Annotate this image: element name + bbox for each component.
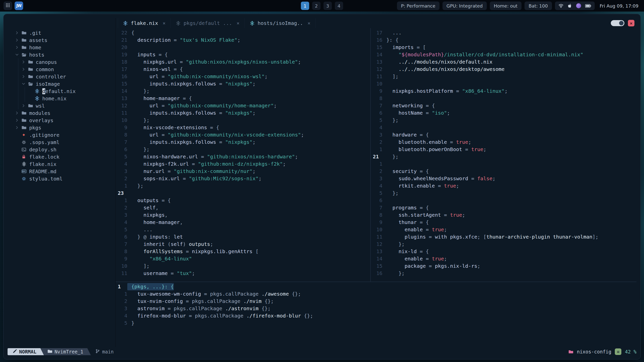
- code-line[interactable]: 2 sops-nix.url = "github:Mic92/sops-nix"…: [116, 175, 370, 182]
- code-line[interactable]: 1: [371, 160, 636, 168]
- workspace-button-1[interactable]: 1: [301, 2, 309, 10]
- toggle-switch[interactable]: [611, 20, 624, 26]
- code-line[interactable]: 1{pkgs, ...}: {: [116, 283, 636, 290]
- battery-icon[interactable]: [585, 4, 591, 8]
- code-line[interactable]: 16 };: [371, 270, 636, 277]
- code-line[interactable]: 5 };: [371, 190, 636, 197]
- tab-close-button[interactable]: ×: [236, 20, 239, 26]
- chevron-down-icon[interactable]: [15, 53, 22, 57]
- code-line[interactable]: 7 inputs.nixpkgs.follows = "nixpkgs";: [116, 139, 370, 146]
- status-pill-2[interactable]: Home: out: [490, 2, 521, 10]
- code-line[interactable]: 12 url = "github:nix-community/home-mana…: [116, 102, 370, 109]
- code-line[interactable]: 9 "x86_64-linux": [116, 255, 370, 262]
- code-line[interactable]: 1 outputs = {: [116, 197, 370, 204]
- tree-item-modules[interactable]: modules: [12, 109, 115, 117]
- tab-flake-nix[interactable]: flake.nix×: [118, 18, 171, 28]
- code-line[interactable]: 2 bluetooth.enable = true;: [371, 139, 636, 146]
- wifi-icon[interactable]: [558, 3, 564, 8]
- chevron-right-icon[interactable]: [15, 46, 22, 49]
- code-line[interactable]: 18 nixpkgs.url = "github:nixos/nixpkgs/n…: [116, 58, 370, 66]
- workspace-button-2[interactable]: 2: [312, 2, 320, 10]
- code-line[interactable]: 15 imports = [: [371, 44, 636, 51]
- code-line[interactable]: 19 inputs = {: [116, 51, 370, 58]
- chevron-down-icon[interactable]: [22, 82, 28, 86]
- code-line[interactable]: 4 nixpkgs-f2k.url = "github:moni-dz/nixp…: [116, 160, 370, 168]
- code-line[interactable]: 8 url = "github:nix-community/nix-vscode…: [116, 131, 370, 139]
- code-line[interactable]: 15 package = pkgs.nix-ld-rs;: [371, 262, 636, 270]
- code-line[interactable]: 17 ...: [371, 29, 636, 36]
- code-line[interactable]: 3 hardware = {: [371, 131, 636, 139]
- code-line[interactable]: 11 username = "tux";: [116, 270, 370, 277]
- tree-item-overlays[interactable]: overlays: [12, 117, 115, 124]
- code-line[interactable]: 1 };: [116, 182, 370, 190]
- code-line[interactable]: 16}: {: [371, 36, 636, 44]
- tree-item-home[interactable]: home: [12, 44, 115, 51]
- code-line[interactable]: 5 ...: [116, 226, 370, 233]
- editor-flake-nix[interactable]: 22{21 description = "tux's NixOS Flake";…: [116, 28, 370, 282]
- status-pill-1[interactable]: GPU: Integrated: [442, 2, 487, 10]
- code-line[interactable]: 3 nixpkgs,: [116, 211, 370, 219]
- tree-item-assets[interactable]: assets: [12, 36, 115, 44]
- tab-close-button[interactable]: ×: [308, 20, 310, 26]
- tree-item-flake.nix[interactable]: flake.nix: [12, 160, 115, 168]
- code-line[interactable]: 7 programs = {: [371, 204, 636, 211]
- code-line[interactable]: 16 url = "github:nix-community/nixos-wsl…: [116, 73, 370, 80]
- window-close-button[interactable]: ×: [628, 20, 634, 26]
- code-line[interactable]: 13 home-manager = {: [116, 95, 370, 102]
- code-line[interactable]: 2 tux-nvim-config = pkgs.callPackage ./n…: [116, 298, 636, 305]
- code-line[interactable]: 14 };: [116, 87, 370, 95]
- tree-item-flake.lock[interactable]: flake.lock: [12, 153, 115, 160]
- code-line[interactable]: 3 astronvim = pkgs.callPackage ./astronv…: [116, 305, 636, 312]
- tree-item-deploy.sh[interactable]: deploy.sh: [12, 146, 115, 153]
- code-line[interactable]: 11 plugins = with pkgs.xfce; [thunar-arc…: [371, 233, 636, 241]
- status-pill-0[interactable]: P: Performance: [397, 2, 439, 10]
- code-line[interactable]: 8 ssh.startAgent = true;: [371, 211, 636, 219]
- code-line[interactable]: 10 };: [116, 117, 370, 124]
- chevron-right-icon[interactable]: [22, 60, 28, 64]
- chevron-right-icon[interactable]: [15, 31, 22, 35]
- code-line[interactable]: 12 };: [371, 241, 636, 248]
- code-line[interactable]: 6: [371, 197, 636, 204]
- chevron-right-icon[interactable]: [15, 38, 22, 42]
- code-line[interactable]: 14 "${modulesPath}/installer/cd-dvd/inst…: [371, 51, 636, 58]
- code-line[interactable]: 12 ../../modules/nixos/desktop/awesome: [371, 66, 636, 73]
- code-line[interactable]: 23: [116, 190, 370, 197]
- code-line[interactable]: 20: [116, 44, 370, 51]
- editor-isoimage-default-nix[interactable]: 17 ...16}: {15 imports = [14 "${modulesP…: [371, 28, 636, 282]
- tree-item-hosts[interactable]: hosts: [12, 51, 115, 58]
- workspace-button-4[interactable]: 4: [335, 2, 343, 10]
- tree-item-isoimage[interactable]: isoImage: [12, 80, 115, 87]
- code-line[interactable]: 1 tux-awesome-wm-config = pkgs.callPacka…: [116, 290, 636, 298]
- code-line[interactable]: 13 nix-ld = {: [371, 248, 636, 255]
- code-line[interactable]: 8: [371, 95, 636, 102]
- tab-close-button[interactable]: ×: [163, 20, 165, 26]
- chevron-right-icon[interactable]: [15, 126, 22, 129]
- code-line[interactable]: 1 bluetooth.powerOnBoot = true;: [371, 146, 636, 153]
- code-line[interactable]: 7 inherit (self) outputs;: [116, 241, 370, 248]
- tree-item-readme.md[interactable]: README.md: [12, 168, 115, 175]
- tree-item-canopus[interactable]: canopus: [12, 58, 115, 66]
- code-line[interactable]: 5 };: [371, 117, 636, 124]
- launcher-button[interactable]: [4, 2, 12, 10]
- code-line[interactable]: 11 ];: [371, 73, 636, 80]
- code-line[interactable]: 21 description = "tux's NixOS Flake";: [116, 36, 370, 44]
- workspace-button-3[interactable]: 3: [324, 2, 332, 10]
- code-line[interactable]: 9 thunar = {: [371, 219, 636, 226]
- code-line[interactable]: 5}: [116, 320, 636, 327]
- tree-item-.gitignore[interactable]: .gitignore: [12, 131, 115, 139]
- code-line[interactable]: 9 nixpkgs.hostPlatform = "x86_64-linux";: [371, 87, 636, 95]
- code-line[interactable]: 10 ];: [116, 262, 370, 270]
- code-line[interactable]: 9 nix-vscode-extensions = {: [116, 124, 370, 131]
- code-line[interactable]: 4 firefox-mod-blur = pkgs.callPackage ./…: [116, 312, 636, 320]
- tab-hosts-isoimag-[interactable]: hosts/isoImag..×: [245, 18, 316, 28]
- clock[interactable]: Fri Aug 09, 17:09: [598, 3, 640, 9]
- code-line[interactable]: 7 networking = {: [371, 102, 636, 109]
- code-line[interactable]: 6 hostName = "iso";: [371, 109, 636, 117]
- code-line[interactable]: 4 rtkit.enable = true;: [371, 182, 636, 190]
- code-line[interactable]: 3 sudo.wheelNeedsPassword = false;: [371, 175, 636, 182]
- tree-item-default.nix[interactable]: default.nix: [12, 87, 115, 95]
- code-line[interactable]: 6 };: [116, 146, 370, 153]
- chevron-right-icon[interactable]: [15, 118, 22, 122]
- code-line[interactable]: 14 enable = true;: [371, 255, 636, 262]
- code-line[interactable]: 11 inputs.nixpkgs.follows = "nixpkgs";: [116, 109, 370, 117]
